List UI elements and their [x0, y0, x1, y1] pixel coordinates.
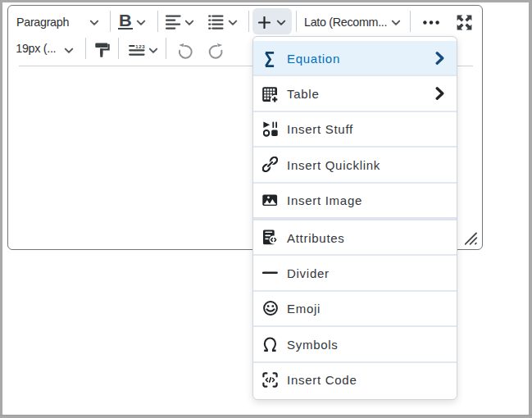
svg-text:123: 123 [135, 44, 145, 49]
